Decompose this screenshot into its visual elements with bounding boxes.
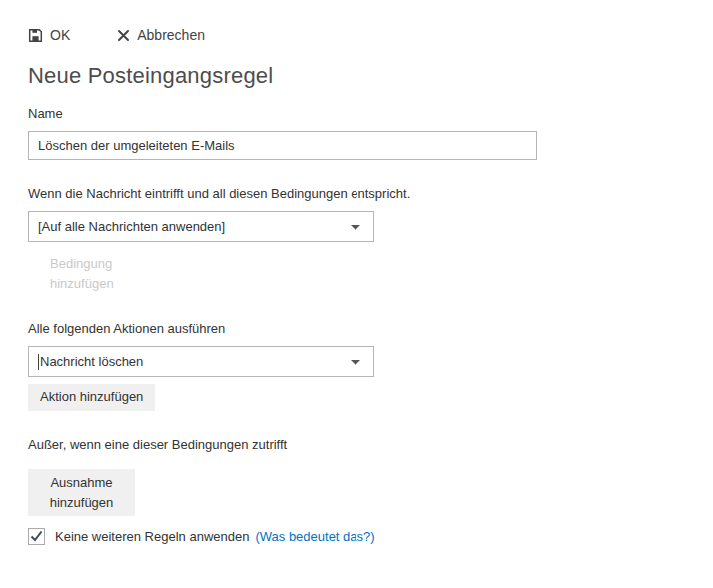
text-cursor: [38, 354, 39, 370]
stop-rule-label: Keine weiteren Regeln anwenden: [55, 529, 249, 544]
stop-rule-checkbox[interactable]: [28, 528, 45, 545]
add-action-button[interactable]: Aktion hinzufügen: [28, 384, 155, 411]
conditions-label: Wenn die Nachricht eintrifft und all die…: [28, 186, 685, 202]
actions-label: Alle folgenden Aktionen ausführen: [28, 321, 685, 337]
rule-name-input[interactable]: [28, 131, 537, 160]
new-inbox-rule-dialog: OK Abbrechen Neue Posteingangsregel Name…: [0, 0, 713, 588]
add-exception-button[interactable]: Ausnahme hinzufügen: [28, 469, 135, 516]
stop-rule-row: Keine weiteren Regeln anwenden (Was bede…: [28, 528, 685, 545]
cancel-button[interactable]: Abbrechen: [117, 27, 205, 43]
check-icon: [30, 530, 43, 543]
conditions-select-value: [Auf alle Nachrichten anwenden]: [38, 219, 225, 234]
page-title: Neue Posteingangsregel: [28, 62, 685, 90]
chevron-down-icon: [351, 360, 360, 365]
conditions-select[interactable]: [Auf alle Nachrichten anwenden]: [28, 211, 374, 242]
name-label: Name: [28, 106, 685, 122]
ok-button[interactable]: OK: [28, 27, 70, 43]
ok-button-label: OK: [50, 27, 70, 43]
help-link[interactable]: (Was bedeutet das?): [255, 529, 374, 544]
chevron-down-icon: [351, 225, 360, 230]
cancel-button-label: Abbrechen: [137, 27, 205, 43]
actions-select-value: Nachricht löschen: [40, 354, 143, 369]
add-condition-button[interactable]: Bedingung hinzufügen: [50, 254, 142, 294]
close-x-icon: [117, 29, 130, 42]
exceptions-label: Außer, wenn eine dieser Bedingungen zutr…: [28, 437, 685, 453]
actions-select[interactable]: Nachricht löschen: [28, 346, 374, 377]
save-icon: [28, 28, 43, 43]
dialog-toolbar: OK Abbrechen: [28, 27, 685, 43]
